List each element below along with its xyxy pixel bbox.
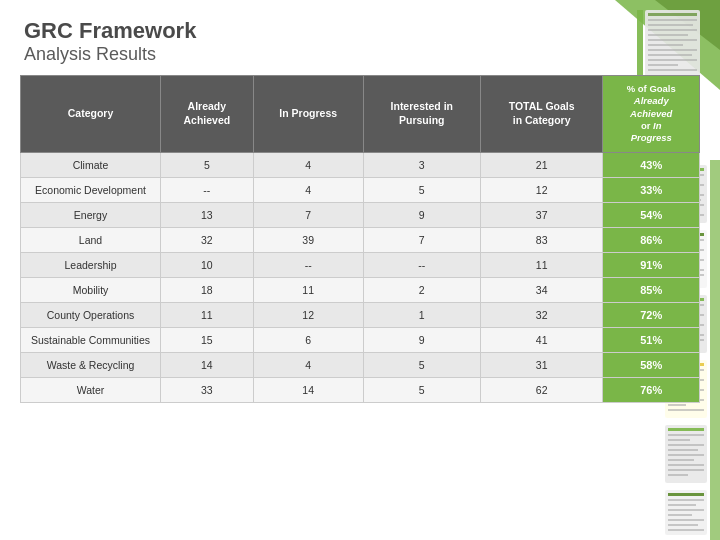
cell-total_goals: 11 (480, 252, 603, 277)
cell-in_progress: 11 (253, 277, 363, 302)
cell-interested_in_pursuing: 7 (363, 227, 480, 252)
page-container: GRC Framework Analysis Results Category … (0, 0, 720, 540)
svg-rect-96 (668, 474, 688, 476)
results-table: Category AlreadyAchieved In Progress Int… (20, 75, 700, 403)
cell-interested_in_pursuing: 5 (363, 377, 480, 402)
svg-rect-90 (668, 444, 704, 446)
table-header-row: Category AlreadyAchieved In Progress Int… (21, 76, 700, 153)
cell-interested_in_pursuing: 5 (363, 177, 480, 202)
cell-in_progress: 12 (253, 302, 363, 327)
cell-pct: 43% (603, 152, 700, 177)
cell-total_goals: 21 (480, 152, 603, 177)
cell-in_progress: 14 (253, 377, 363, 402)
table-row: Water331456276% (21, 377, 700, 402)
svg-rect-89 (668, 439, 690, 441)
svg-rect-103 (668, 519, 704, 521)
cell-total_goals: 41 (480, 327, 603, 352)
col-header-interested: Interested inPursuing (363, 76, 480, 153)
svg-rect-102 (668, 514, 692, 516)
cell-already_achieved: 18 (161, 277, 254, 302)
svg-rect-87 (668, 428, 704, 431)
col-header-category: Category (21, 76, 161, 153)
table-row: Land323978386% (21, 227, 700, 252)
cell-pct: 91% (603, 252, 700, 277)
cell-category: Land (21, 227, 161, 252)
cell-category: County Operations (21, 302, 161, 327)
svg-rect-97 (665, 490, 707, 535)
col-header-total: TOTAL Goalsin Category (480, 76, 603, 153)
cell-in_progress: -- (253, 252, 363, 277)
col-header-already-achieved: AlreadyAchieved (161, 76, 254, 153)
svg-rect-95 (668, 469, 704, 471)
cell-category: Economic Development (21, 177, 161, 202)
cell-interested_in_pursuing: 9 (363, 327, 480, 352)
cell-category: Energy (21, 202, 161, 227)
cell-pct: 33% (603, 177, 700, 202)
col-header-in-progress: In Progress (253, 76, 363, 153)
cell-total_goals: 83 (480, 227, 603, 252)
svg-rect-94 (668, 464, 704, 466)
cell-already_achieved: 15 (161, 327, 254, 352)
cell-in_progress: 39 (253, 227, 363, 252)
cell-already_achieved: 14 (161, 352, 254, 377)
cell-already_achieved: 32 (161, 227, 254, 252)
table-container: Category AlreadyAchieved In Progress Int… (0, 75, 720, 413)
cell-in_progress: 4 (253, 152, 363, 177)
svg-rect-99 (668, 499, 704, 501)
table-row: Sustainable Communities15694151% (21, 327, 700, 352)
cell-interested_in_pursuing: 1 (363, 302, 480, 327)
cell-total_goals: 31 (480, 352, 603, 377)
table-row: Waste & Recycling14453158% (21, 352, 700, 377)
svg-rect-100 (668, 504, 696, 506)
cell-pct: 72% (603, 302, 700, 327)
table-row: Climate5432143% (21, 152, 700, 177)
cell-interested_in_pursuing: 5 (363, 352, 480, 377)
cell-in_progress: 4 (253, 352, 363, 377)
cell-pct: 54% (603, 202, 700, 227)
cell-already_achieved: 5 (161, 152, 254, 177)
cell-pct: 85% (603, 277, 700, 302)
cell-pct: 58% (603, 352, 700, 377)
cell-category: Leadership (21, 252, 161, 277)
svg-rect-98 (668, 493, 704, 496)
cell-in_progress: 6 (253, 327, 363, 352)
svg-rect-93 (668, 459, 694, 461)
table-row: Economic Development--451233% (21, 177, 700, 202)
svg-rect-101 (668, 509, 704, 511)
cell-pct: 76% (603, 377, 700, 402)
cell-total_goals: 32 (480, 302, 603, 327)
cell-category: Mobility (21, 277, 161, 302)
cell-already_achieved: 11 (161, 302, 254, 327)
table-row: County Operations111213272% (21, 302, 700, 327)
table-row: Leadership10----1191% (21, 252, 700, 277)
cell-already_achieved: 10 (161, 252, 254, 277)
table-row: Mobility181123485% (21, 277, 700, 302)
cell-already_achieved: -- (161, 177, 254, 202)
cell-already_achieved: 33 (161, 377, 254, 402)
svg-rect-104 (668, 524, 698, 526)
cell-interested_in_pursuing: -- (363, 252, 480, 277)
cell-category: Climate (21, 152, 161, 177)
cell-total_goals: 34 (480, 277, 603, 302)
page-title: GRC Framework (24, 18, 696, 44)
page-subtitle: Analysis Results (24, 44, 696, 65)
col-header-pct: % of GoalsAlreadyAchievedor InProgress (603, 76, 700, 153)
cell-pct: 51% (603, 327, 700, 352)
cell-category: Sustainable Communities (21, 327, 161, 352)
table-row: Energy13793754% (21, 202, 700, 227)
cell-interested_in_pursuing: 9 (363, 202, 480, 227)
cell-in_progress: 7 (253, 202, 363, 227)
cell-interested_in_pursuing: 3 (363, 152, 480, 177)
cell-category: Water (21, 377, 161, 402)
svg-rect-88 (668, 434, 704, 436)
cell-total_goals: 37 (480, 202, 603, 227)
cell-pct: 86% (603, 227, 700, 252)
svg-rect-91 (668, 449, 698, 451)
cell-category: Waste & Recycling (21, 352, 161, 377)
cell-interested_in_pursuing: 2 (363, 277, 480, 302)
svg-rect-105 (668, 529, 704, 531)
cell-already_achieved: 13 (161, 202, 254, 227)
cell-in_progress: 4 (253, 177, 363, 202)
svg-rect-92 (668, 454, 704, 456)
header: GRC Framework Analysis Results (0, 0, 720, 75)
